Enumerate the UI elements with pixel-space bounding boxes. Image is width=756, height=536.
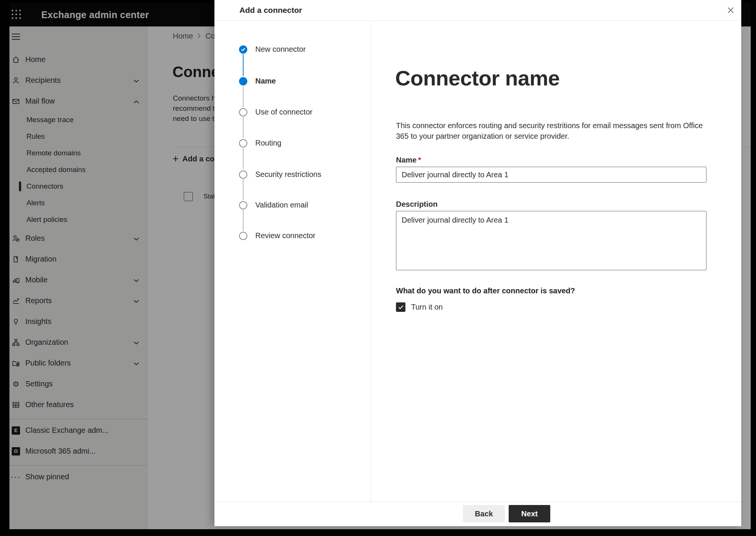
add-connector-modal: Add a connector New connector Name Use o…	[214, 0, 741, 526]
required-asterisk: *	[418, 156, 421, 164]
step-label: Name	[255, 77, 276, 85]
step-security-restrictions[interactable]: Security restrictions	[239, 170, 321, 179]
wizard-content: Connector name This connector enforces r…	[371, 21, 741, 502]
modal-footer: Back Next	[214, 502, 741, 526]
step-label: Routing	[255, 139, 281, 147]
step-connector-line	[243, 86, 244, 107]
wizard-stepper: New connector Name Use of connector Rout…	[214, 21, 371, 502]
step-connector-line	[243, 54, 244, 76]
turn-it-on-checkbox-row[interactable]: Turn it on	[396, 302, 443, 312]
step-todo-circle-icon	[239, 170, 247, 179]
checkbox-checked-icon[interactable]	[396, 302, 405, 312]
step-validation-email[interactable]: Validation email	[239, 201, 308, 209]
step-use-of-connector[interactable]: Use of connector	[239, 108, 312, 116]
modal-title: Add a connector	[239, 6, 302, 15]
step-todo-circle-icon	[239, 108, 247, 116]
content-description: This connector enforces routing and secu…	[396, 120, 710, 141]
connector-description-textarea[interactable]: Deliver journal directly to Area 1	[396, 211, 706, 270]
close-icon[interactable]	[725, 5, 736, 15]
modal-header: Add a connector	[214, 0, 741, 21]
step-label: Validation email	[255, 201, 308, 209]
step-connector-line	[243, 148, 244, 169]
after-save-question: What do you want to do after connector i…	[396, 287, 575, 295]
step-label: Review connector	[255, 231, 315, 240]
step-connector-line	[243, 179, 244, 200]
next-button[interactable]: Next	[509, 505, 550, 522]
step-review-connector[interactable]: Review connector	[239, 231, 315, 240]
step-connector-line	[243, 117, 244, 138]
step-label: Security restrictions	[255, 170, 321, 179]
step-connector-line	[243, 210, 244, 231]
step-complete-check-icon	[239, 45, 247, 54]
description-field-label: Description	[396, 200, 438, 209]
connector-name-input[interactable]	[396, 167, 706, 183]
turn-it-on-label: Turn it on	[411, 303, 443, 311]
content-heading: Connector name	[395, 66, 560, 90]
step-active-dot-icon	[239, 77, 247, 85]
step-todo-circle-icon	[239, 201, 247, 209]
step-todo-circle-icon	[239, 139, 247, 147]
step-name[interactable]: Name	[239, 77, 276, 85]
back-button[interactable]: Back	[463, 505, 505, 522]
step-label: Use of connector	[255, 108, 312, 116]
name-field-label: Name*	[396, 156, 421, 164]
step-label: New connector	[255, 45, 306, 54]
step-new-connector[interactable]: New connector	[239, 45, 306, 54]
step-todo-circle-icon	[239, 232, 247, 240]
step-routing[interactable]: Routing	[239, 139, 281, 147]
